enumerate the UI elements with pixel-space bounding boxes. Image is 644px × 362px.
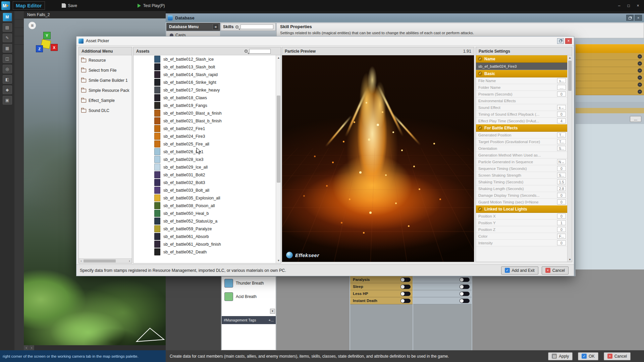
stamp-tool-icon[interactable] xyxy=(3,54,12,63)
pen-tool-icon[interactable] xyxy=(3,34,12,42)
state-toggle-row[interactable]: Instant Death xyxy=(350,297,413,304)
settings-section-lights[interactable]: Linked to Local Lights xyxy=(476,205,567,213)
property-value[interactable]: s... xyxy=(557,78,566,83)
asset-list-item[interactable]: sb_ef_battle025_Fire_all xyxy=(133,140,276,148)
remove-icon[interactable] xyxy=(638,75,642,80)
circle-tool-icon[interactable] xyxy=(3,65,12,73)
menu-item[interactable] xyxy=(99,4,109,8)
property-value[interactable]: S... xyxy=(557,146,566,151)
asset-list-item[interactable]: sb_ef_battle038_Poison_all xyxy=(133,202,276,209)
dialog-restore-button[interactable] xyxy=(557,38,564,44)
axis-cube-x[interactable]: X xyxy=(51,44,58,51)
property-value[interactable] xyxy=(557,98,566,103)
toggle-switch[interactable] xyxy=(400,285,411,289)
skill-property-row[interactable] xyxy=(576,53,644,60)
asset-list-item[interactable]: sb_ef_battle033_Bolt_all xyxy=(133,186,276,194)
cancel-button[interactable]: Cancel xyxy=(604,352,631,360)
skill-property-row[interactable] xyxy=(576,60,644,67)
asset-list-item[interactable]: sb_ef_battle028_Ice3 xyxy=(133,156,276,163)
asset-list-item[interactable]: sb_ef_battle020_Blast_a_finish xyxy=(133,109,276,117)
property-value[interactable]: 4 xyxy=(557,118,566,123)
scroll-left-icon[interactable] xyxy=(79,259,84,263)
scroll-up-icon[interactable] xyxy=(568,55,572,60)
preview-canvas[interactable]: Effekseer xyxy=(282,55,474,262)
settings-section-basic[interactable]: Basic xyxy=(476,70,567,77)
fill-tool-icon[interactable] xyxy=(3,75,12,84)
skill-property-row[interactable] xyxy=(576,67,644,74)
settings-section-battle[interactable]: For Battle Effects xyxy=(476,124,567,132)
close-icon[interactable] xyxy=(633,2,643,9)
property-value[interactable]: 1.5 xyxy=(557,179,566,184)
property-value[interactable]: 0 xyxy=(557,193,566,198)
state-toggle-row[interactable] xyxy=(413,297,472,304)
remove-icon[interactable] xyxy=(638,82,642,87)
state-toggle-row[interactable]: Less HP xyxy=(350,290,413,297)
asset-list-item[interactable]: sb_ef_battle062_Death xyxy=(133,248,276,256)
asset-list-item[interactable]: sb_ef_battle017_Strike_heavy xyxy=(133,86,276,94)
scroll-down-icon[interactable] xyxy=(276,258,281,263)
state-toggle-row[interactable] xyxy=(413,276,472,283)
asset-list-item[interactable]: sb_ef_battle021_Blast_b_finish xyxy=(133,117,276,125)
asset-list-item[interactable]: sb_ef_battle059_Paralyze xyxy=(133,225,276,233)
side-tab[interactable] xyxy=(14,11,24,19)
property-value[interactable]: T... xyxy=(557,139,566,144)
more-button[interactable]: ... xyxy=(630,116,641,122)
property-value[interactable]: 0 xyxy=(557,92,566,97)
asset-list-item[interactable]: sb_ef_battle061_Absorb xyxy=(133,233,276,240)
property-value[interactable]: T... xyxy=(557,132,566,137)
side-tab[interactable] xyxy=(14,19,24,28)
asset-list-item[interactable]: sb_ef_battle012_Slash_ice xyxy=(133,55,276,63)
asset-list-item[interactable]: sb_ef_battle050_Heal_b xyxy=(133,209,276,217)
property-value[interactable]: 0 xyxy=(557,227,566,232)
asset-list-item[interactable]: sb_ef_battle026_Ice1 xyxy=(133,148,276,156)
save-button[interactable]: Save xyxy=(58,2,80,9)
additional-menu-item[interactable]: Sound DLC xyxy=(79,106,132,116)
asset-list-item[interactable]: sb_ef_battle018_Claws xyxy=(133,94,276,102)
additional-menu-item[interactable]: Select from File xyxy=(79,65,132,75)
property-value[interactable]: 0 xyxy=(557,214,566,219)
property-value[interactable]: S... xyxy=(557,173,566,178)
property-value[interactable]: F... xyxy=(557,234,566,239)
dialog-close-button[interactable]: × xyxy=(565,38,572,44)
property-value[interactable]: .... xyxy=(557,85,566,90)
menu-item[interactable] xyxy=(109,4,118,8)
db-close-button[interactable]: × xyxy=(635,15,642,21)
add-tag-button[interactable]: +... xyxy=(268,318,274,322)
additional-menu-item[interactable]: Smile Game Builder 1 xyxy=(79,75,132,85)
scroll-left-icon[interactable] xyxy=(29,345,35,350)
ok-button[interactable]: OK xyxy=(578,352,598,360)
asset-list-item[interactable]: sb_ef_battle035_Explosion_all xyxy=(133,194,276,202)
property-value[interactable]: s→ xyxy=(557,105,566,110)
property-value[interactable]: 0 xyxy=(557,240,566,245)
add-and-exit-button[interactable]: Add and Exit xyxy=(501,266,538,275)
property-value[interactable]: 1 xyxy=(557,220,566,225)
menu-item[interactable] xyxy=(90,4,99,8)
select-tool-icon[interactable] xyxy=(3,23,12,32)
asset-list-item[interactable]: sb_ef_battle022_Fire1 xyxy=(133,125,276,132)
property-value[interactable] xyxy=(557,153,566,158)
scroll-down-icon[interactable] xyxy=(568,257,572,262)
side-tab[interactable] xyxy=(14,28,24,36)
test-play-button[interactable]: Test Play(P) xyxy=(134,2,168,9)
property-value[interactable]: 0 xyxy=(557,112,566,117)
map-horizontal-scrollbar[interactable] xyxy=(24,345,166,350)
asset-list-item[interactable]: sb_ef_battle061_Absorb_finish xyxy=(133,240,276,248)
assets-vertical-scrollbar[interactable] xyxy=(276,55,281,263)
skill-property-row[interactable] xyxy=(576,88,644,95)
dialog-titlebar[interactable]: Asset Picker × xyxy=(76,37,574,46)
axis-gizmo[interactable]: Y Z X xyxy=(36,32,66,62)
skill-list-item[interactable]: Acid Breath xyxy=(222,290,276,303)
settings-tool-icon[interactable] xyxy=(3,96,12,105)
toggle-switch[interactable] xyxy=(400,299,411,303)
settings-section-name[interactable]: Name xyxy=(476,55,567,63)
property-value[interactable]: 0 xyxy=(557,199,566,204)
remove-icon[interactable] xyxy=(638,89,642,94)
collapse-button[interactable] xyxy=(213,24,219,30)
object-tool-icon[interactable] xyxy=(3,85,12,94)
grid-tool-icon[interactable] xyxy=(3,44,12,53)
property-value[interactable]: 0 xyxy=(557,166,566,171)
db-restore-button[interactable] xyxy=(626,15,634,21)
state-toggle-row[interactable] xyxy=(413,290,472,297)
state-toggle-row[interactable]: Sleep xyxy=(350,283,413,290)
additional-menu-item[interactable]: Simple Resource Pack xyxy=(79,85,132,96)
